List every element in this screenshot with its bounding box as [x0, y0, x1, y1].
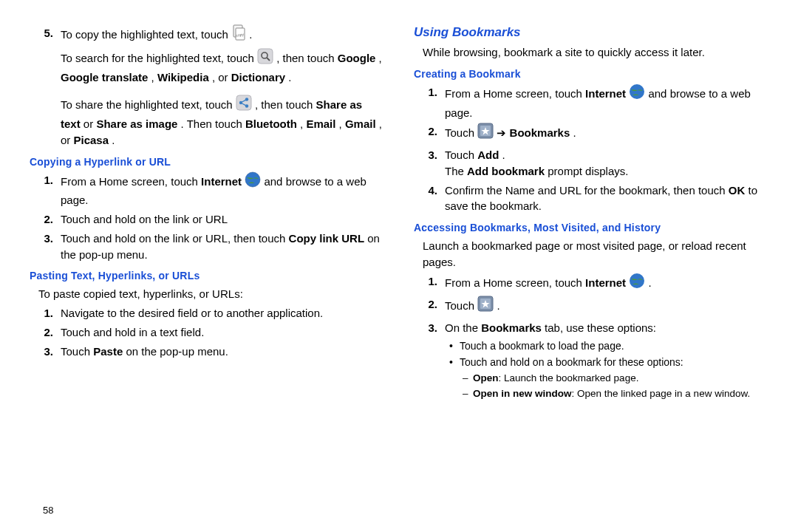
bold-text: Bookmarks: [481, 321, 542, 334]
bold-text: Open in new window: [473, 388, 572, 399]
text: .: [288, 71, 291, 83]
bookmark-star-icon: [477, 296, 494, 316]
text: , or: [212, 71, 231, 83]
bookmark-star-icon: [477, 123, 494, 143]
text: Touch: [445, 126, 477, 139]
text: From a Home screen, touch: [445, 87, 585, 100]
bold-text: Paste: [93, 345, 123, 358]
svg-rect-6: [236, 95, 251, 110]
bold-text: Copy link URL: [289, 232, 365, 245]
bold-text: Picasa: [74, 134, 109, 146]
text: or: [83, 117, 97, 130]
text: On the: [445, 321, 481, 334]
text: on the pop-up menu.: [126, 345, 228, 358]
text: ,: [151, 71, 157, 83]
bold-text: Bluetooth: [245, 117, 297, 130]
bold-text: Gmail: [345, 117, 376, 130]
step-text: Touch and hold on the link or URL, then …: [61, 231, 384, 263]
text: To search for the highlighted text, touc…: [61, 52, 257, 64]
step-2: 2. Touch and hold on the link or URL: [30, 211, 384, 228]
subheading-accessing-bookmarks: Accessing Bookmarks, Most Visited, and H…: [414, 222, 768, 233]
step-number: 4.: [414, 183, 445, 215]
intro-text: To paste copied text, hyperlinks, or URL…: [30, 286, 384, 302]
bold-text: Share as image: [96, 117, 177, 130]
step-number: 2.: [30, 211, 61, 228]
search-icon: [257, 48, 273, 69]
text: prompt displays.: [548, 165, 628, 177]
share-icon: [236, 95, 252, 115]
step-number: 2.: [414, 123, 445, 144]
subheading-copying-hyperlink: Copying a Hyperlink or URL: [30, 156, 384, 168]
text: .: [502, 149, 505, 161]
svg-rect-3: [258, 49, 273, 64]
share-paragraph: To share the highlighted text, touch , t…: [30, 95, 384, 148]
step-text: Touch ➔ Bookmarks .: [445, 123, 768, 144]
bold-text: Internet: [585, 87, 626, 100]
dash-item: Open in new window: Open the linked page…: [473, 387, 768, 401]
search-paragraph: To search for the highlighted text, touc…: [30, 49, 384, 86]
bullet-list: Touch a bookmark to load the page. Touch…: [414, 339, 768, 401]
internet-globe-icon: [629, 273, 645, 293]
step-number: 1.: [30, 305, 61, 321]
step-5: 5. To copy the highlighted text, touch c…: [30, 25, 384, 46]
step-2: 2. Touch ➔ Bookmarks .: [414, 123, 768, 144]
text: , then touch: [276, 52, 338, 64]
text: Touch: [445, 299, 477, 312]
text: From a Home screen, touch: [445, 276, 585, 288]
step-number: 1.: [30, 172, 61, 209]
step-1: 1. Navigate to the desired field or to a…: [30, 305, 384, 321]
text: Touch: [445, 149, 477, 161]
bold-text: OK: [729, 184, 746, 197]
step-number: 1.: [414, 273, 445, 294]
step-text: On the Bookmarks tab, use these options:: [445, 320, 768, 336]
text: . Then touch: [181, 117, 245, 130]
text: ,: [379, 52, 382, 64]
step-number: 3.: [414, 147, 445, 180]
step-text: Touch Paste on the pop-up menu.: [61, 344, 384, 360]
page-number: 58: [43, 505, 53, 516]
text: ➔: [497, 126, 509, 139]
step-text: From a Home screen, touch Internet and b…: [61, 172, 384, 209]
right-column: Using Bookmarks While browsing, bookmark…: [399, 22, 768, 525]
step-3: 3. On the Bookmarks tab, use these optio…: [414, 320, 768, 336]
page-content: 5. To copy the highlighted text, touch c…: [0, 0, 798, 532]
text: : Open the linked page in a new window.: [572, 388, 751, 399]
bullet-item: Touch a bookmark to load the page.: [460, 339, 768, 354]
step-4: 4. Confirm the Name and URL for the book…: [414, 183, 768, 215]
step-text: Touch Add . The Add bookmark prompt disp…: [445, 147, 768, 180]
section-heading-bookmarks: Using Bookmarks: [414, 25, 768, 40]
step-3: 3. Touch Paste on the pop-up menu.: [30, 344, 384, 360]
bold-text: Email: [306, 117, 335, 130]
bold-text: Google: [338, 52, 376, 64]
step-number: 3.: [414, 320, 445, 336]
step-number: 5.: [30, 25, 61, 46]
text: Touch: [61, 345, 93, 358]
internet-globe-icon: [629, 83, 645, 104]
bold-text: Internet: [201, 174, 242, 187]
step-text: Touch and hold in a text field.: [61, 324, 384, 341]
text: Touch and hold on a bookmark for these o…: [460, 356, 683, 368]
bold-text: Google translate: [61, 71, 148, 83]
intro-text: Launch a bookmarked page or most visited…: [414, 238, 768, 270]
bold-text: Bookmarks: [510, 126, 570, 139]
text: : Launch the bookmarked page.: [499, 372, 639, 383]
dash-item: Open: Launch the bookmarked page.: [473, 372, 768, 386]
step-text: Touch and hold on the link or URL: [61, 211, 384, 228]
step-text: To copy the highlighted text, touch copy…: [61, 25, 384, 46]
subheading-pasting: Pasting Text, Hyperlinks, or URLs: [30, 270, 384, 282]
text: Confirm the Name and URL for the bookmar…: [445, 184, 729, 197]
text: .: [648, 276, 651, 288]
bold-text: Add bookmark: [467, 165, 545, 177]
step-2: 2. Touch .: [414, 296, 768, 317]
text: The: [445, 165, 467, 177]
step-1: 1. From a Home screen, touch Internet an…: [414, 84, 768, 121]
step-text: Touch .: [445, 296, 768, 317]
step-number: 2.: [30, 324, 61, 341]
step-3: 3. Touch Add . The Add bookmark prompt d…: [414, 147, 768, 180]
subheading-creating-bookmark: Creating a Bookmark: [414, 68, 768, 80]
step-3: 3. Touch and hold on the link or URL, th…: [30, 231, 384, 263]
bold-text: Add: [477, 149, 499, 161]
bold-text: Open: [473, 372, 499, 383]
dash-list: Open: Launch the bookmarked page. Open i…: [460, 372, 768, 401]
left-column: 5. To copy the highlighted text, touch c…: [30, 22, 399, 525]
